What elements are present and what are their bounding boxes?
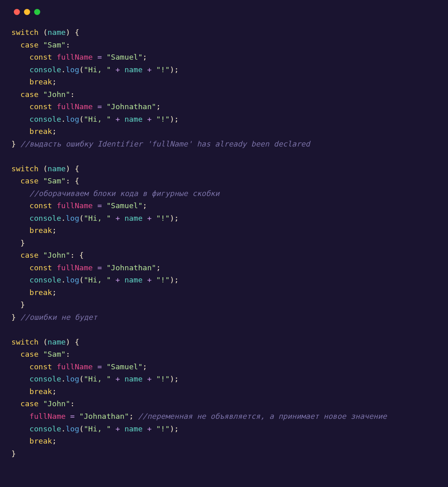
punct: ;: [129, 412, 134, 420]
string: "Hi, ": [84, 425, 111, 433]
punct: ;: [52, 387, 56, 396]
punct: (: [43, 338, 48, 346]
declaration: fullName: [56, 362, 93, 371]
identifier: name: [48, 28, 66, 37]
punct: :: [70, 251, 75, 259]
string: "!": [156, 65, 169, 74]
declaration: fullName: [56, 53, 93, 61]
operator: +: [147, 65, 151, 74]
punct: }: [20, 239, 25, 247]
property: log: [66, 214, 79, 222]
punct: ;: [143, 201, 147, 210]
punct: ): [170, 115, 174, 123]
operator: =: [97, 102, 102, 111]
punct: }: [20, 300, 25, 309]
string: "Sam": [43, 177, 66, 185]
punct: ;: [52, 437, 56, 445]
identifier: name: [48, 338, 66, 346]
identifier: console: [30, 65, 61, 74]
operator: +: [115, 115, 120, 123]
string: "Johnathan": [106, 263, 156, 272]
operator: +: [147, 214, 151, 222]
punct: ;: [143, 53, 147, 61]
string: "Samuel": [106, 53, 143, 61]
window-controls: [11, 9, 437, 15]
punct: ;: [52, 78, 56, 86]
punct: (: [79, 65, 84, 74]
comment: //выдасть ошибку Identifier 'fullName' h…: [20, 140, 310, 148]
string: "Hi, ": [84, 375, 111, 383]
property: log: [66, 276, 79, 284]
punct: {: [75, 177, 79, 185]
keyword: const: [30, 102, 52, 111]
punct: }: [11, 313, 16, 321]
keyword: const: [30, 362, 52, 371]
string: "Johnathan": [79, 412, 129, 420]
identifier: console: [30, 425, 61, 433]
punct: }: [11, 140, 16, 148]
punct: ;: [174, 375, 179, 383]
comment: //ошибки не будет: [20, 313, 97, 321]
identifier: name: [124, 375, 143, 383]
keyword: break: [30, 127, 52, 136]
punct: :: [66, 41, 70, 49]
operator: +: [115, 375, 120, 383]
punct: ): [66, 164, 70, 173]
punct: }: [11, 449, 16, 458]
identifier: console: [30, 214, 61, 222]
identifier: name: [48, 164, 66, 173]
keyword: break: [30, 437, 52, 445]
maximize-icon[interactable]: [34, 9, 40, 15]
punct: (: [79, 214, 84, 222]
comment: //переменная не объявляется, а принимает…: [138, 412, 387, 420]
punct: ;: [143, 362, 147, 371]
string: "Hi, ": [84, 65, 111, 74]
property: log: [66, 375, 79, 383]
punct: {: [79, 251, 84, 259]
punct: ;: [174, 214, 179, 222]
punct: (: [43, 28, 48, 37]
punct: .: [61, 65, 66, 74]
code-block: switch (name) { case "Sam": const fullNa…: [11, 26, 437, 460]
operator: +: [115, 425, 120, 433]
punct: ): [66, 28, 70, 37]
punct: ;: [174, 65, 179, 74]
operator: +: [147, 115, 151, 123]
keyword: const: [30, 201, 52, 210]
punct: (: [79, 276, 84, 284]
punct: ): [170, 276, 174, 284]
punct: .: [61, 214, 66, 222]
keyword: break: [30, 226, 52, 235]
operator: =: [70, 412, 75, 420]
punct: ;: [52, 127, 56, 136]
punct: ;: [52, 288, 56, 297]
punct: .: [61, 115, 66, 123]
close-icon[interactable]: [14, 9, 20, 15]
operator: +: [147, 425, 151, 433]
operator: =: [97, 362, 102, 371]
punct: ): [170, 425, 174, 433]
punct: ;: [156, 263, 160, 272]
minimize-icon[interactable]: [24, 9, 30, 15]
punct: {: [75, 338, 79, 346]
punct: ;: [174, 425, 179, 433]
string: "!": [156, 214, 169, 222]
punct: (: [79, 375, 84, 383]
operator: =: [97, 53, 102, 61]
string: "!": [156, 276, 169, 284]
punct: ): [170, 214, 174, 222]
punct: ;: [156, 102, 160, 111]
punct: :: [70, 399, 75, 408]
punct: (: [79, 115, 84, 123]
identifier: fullName: [30, 412, 66, 420]
identifier: console: [30, 276, 61, 284]
string: "John": [43, 399, 70, 408]
property: log: [66, 425, 79, 433]
keyword: case: [20, 350, 39, 358]
punct: ;: [52, 226, 56, 235]
comment: //оборачиваем блоки кода в фигурные скоб…: [30, 189, 220, 198]
operator: +: [147, 276, 151, 284]
string: "Sam": [43, 350, 66, 358]
keyword: break: [30, 288, 52, 297]
punct: .: [61, 276, 66, 284]
